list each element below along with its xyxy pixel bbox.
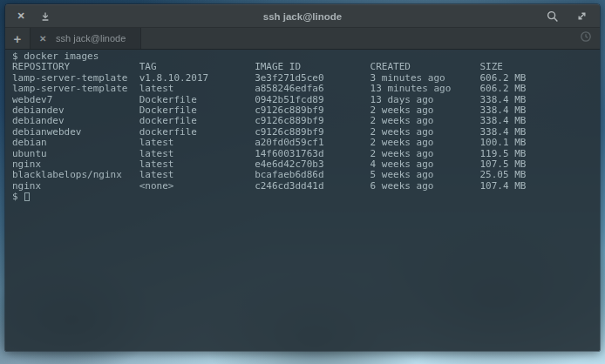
window-titlebar: ✕ ssh jack@linode xyxy=(5,4,600,28)
expand-diagonal-icon xyxy=(576,10,588,22)
cell-created: 2 weeks ago xyxy=(370,116,480,126)
table-row: blacklabelops/nginx latest bcafaeb6d86d … xyxy=(12,170,600,180)
command-line: $ docker images xyxy=(12,51,600,62)
cell-size: 100.1 MB xyxy=(479,138,600,148)
cell-repository: lamp-server-template xyxy=(12,84,139,94)
table-row: nginx <none> c246cd3dd41d 6 weeks ago 10… xyxy=(12,181,600,192)
history-button[interactable] xyxy=(580,28,600,49)
col-tag: TAG xyxy=(139,62,255,72)
expand-button[interactable] xyxy=(574,9,589,24)
cell-created: 2 weeks ago xyxy=(370,138,480,148)
cell-created: 13 minutes ago xyxy=(370,84,480,94)
cell-size: 107.4 MB xyxy=(479,181,600,192)
table-header: REPOSITORY TAG IMAGE ID CREATED SIZE xyxy=(12,62,600,72)
cell-image-id: c9126c889bf9 xyxy=(255,116,370,126)
new-tab-button[interactable]: + xyxy=(5,28,30,49)
arrow-down-to-line-icon xyxy=(40,11,51,22)
cell-tag: dockerfile xyxy=(139,116,255,126)
keep-below-button[interactable] xyxy=(37,9,53,24)
cell-repository: blacklabelops/nginx xyxy=(12,170,139,180)
cell-tag: latest xyxy=(139,138,255,148)
cell-image-id: a858246edfa6 xyxy=(255,84,370,94)
col-created: CREATED xyxy=(370,62,480,72)
col-image-id: IMAGE ID xyxy=(255,62,370,72)
cell-repository: debian xyxy=(12,138,139,148)
terminal-screen[interactable]: $ docker images REPOSITORY TAG IMAGE ID … xyxy=(5,50,600,351)
table-row: debiandev dockerfile c9126c889bf9 2 week… xyxy=(12,116,600,126)
cell-tag: latest xyxy=(139,84,255,94)
cell-created: 6 weeks ago xyxy=(370,181,480,192)
cell-repository: debiandev xyxy=(12,116,139,126)
cell-size: 25.05 MB xyxy=(479,170,600,180)
col-size: SIZE xyxy=(479,62,600,72)
cell-tag: <none> xyxy=(139,181,255,192)
table-row: debian latest a20fd0d59cf1 2 weeks ago 1… xyxy=(12,138,600,148)
cell-image-id: bcafaeb6d86d xyxy=(255,170,370,180)
cell-repository: nginx xyxy=(12,181,139,192)
tabbar-empty-space xyxy=(141,28,580,49)
prompt-line: $ xyxy=(12,192,600,202)
window-close-button[interactable]: ✕ xyxy=(13,9,29,24)
window-controls-right xyxy=(545,9,600,24)
cell-created: 5 weeks ago xyxy=(370,170,480,180)
terminal-cursor xyxy=(24,192,30,201)
shell-prompt: $ xyxy=(12,192,18,202)
search-icon xyxy=(547,10,559,23)
cell-tag: latest xyxy=(139,170,255,180)
tab-close-button[interactable]: ✕ xyxy=(39,34,46,44)
cell-size: 606.2 MB xyxy=(479,84,600,94)
cell-image-id: c246cd3dd41d xyxy=(255,181,370,192)
cell-size: 338.4 MB xyxy=(479,116,600,126)
cell-image-id: a20fd0d59cf1 xyxy=(255,138,370,148)
terminal-window: ✕ ssh jack@linode xyxy=(4,3,601,352)
history-clock-icon xyxy=(580,30,592,46)
col-repository: REPOSITORY xyxy=(12,62,139,72)
tab-ssh-session[interactable]: ✕ ssh jack@linode xyxy=(30,28,141,49)
table-row: lamp-server-template latest a858246edfa6… xyxy=(12,84,600,94)
window-controls-left: ✕ xyxy=(5,9,53,24)
search-button[interactable] xyxy=(545,9,561,24)
tab-label: ssh jack@linode xyxy=(55,33,132,44)
window-title: ssh jack@linode xyxy=(5,11,600,22)
tab-bar: + ✕ ssh jack@linode xyxy=(5,28,600,50)
